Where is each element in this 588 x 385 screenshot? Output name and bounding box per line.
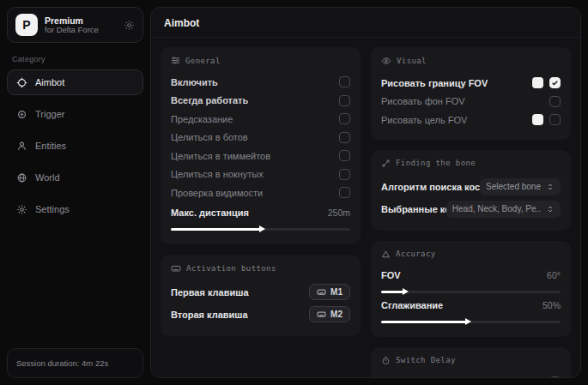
keyboard-icon — [317, 310, 326, 319]
checkbox[interactable] — [339, 76, 350, 87]
keyboard-icon — [317, 287, 326, 297]
chevrons-up-down-icon — [546, 183, 555, 191]
slider-thumb[interactable] — [465, 318, 471, 325]
slider-label-row: FOV 60° — [381, 267, 561, 285]
setting-row: Алгоритм поиска костей Selected bone — [381, 176, 561, 198]
panel-title: Activation buttons — [186, 264, 276, 273]
setting-row: Вторая клавиша M2 — [171, 304, 350, 326]
sidebar-item-trigger[interactable]: Trigger — [7, 101, 143, 127]
setting-row: Выбранные кости Head, Neck, Body, Pe.. — [381, 198, 561, 220]
color-swatch[interactable] — [532, 77, 543, 88]
keybind-value: M2 — [330, 310, 342, 319]
panel-switch-delay: Switch Delay Задержка переключения Задер… — [371, 347, 571, 378]
panel-finding-the-bone: Finding the bone Алгоритм поиска костей … — [371, 150, 571, 231]
slider-label-row: Макс. дистанция 250m — [171, 204, 350, 222]
chevrons-up-down-icon — [546, 205, 555, 214]
slider-thumb[interactable] — [403, 288, 409, 295]
checkbox[interactable] — [549, 96, 561, 107]
panel-header: General — [171, 56, 350, 65]
eye-icon — [381, 56, 391, 66]
slider-label-row: Сглаживание 50% — [381, 297, 561, 315]
trigger-icon — [16, 109, 27, 120]
panel-header: Visual — [381, 56, 561, 66]
panel-accuracy: Accuracy FOV 60° Сглаживание 50% — [371, 241, 571, 337]
slider-thumb[interactable] — [259, 226, 265, 232]
slider-fill — [381, 291, 404, 293]
sidebar-item-world[interactable]: World — [7, 165, 143, 190]
product-name: Premium — [45, 15, 117, 26]
product-subtitle: for Delta Force — [45, 26, 117, 35]
setting-label: Целиться в нокнутых — [171, 169, 264, 179]
checkbox[interactable] — [339, 132, 350, 143]
logo-letter: P — [22, 18, 30, 32]
smoothing-slider[interactable] — [381, 321, 561, 323]
slider-value: 50% — [543, 300, 561, 310]
selected-bones-select[interactable]: Head, Neck, Body, Pe.. — [446, 201, 561, 218]
first-key-button[interactable]: M1 — [309, 284, 350, 300]
checkbox[interactable] — [549, 77, 561, 88]
checkbox[interactable] — [549, 376, 561, 377]
setting-label: Алгоритм поиска костей — [381, 182, 480, 192]
session-duration: Session duration: 4m 22s — [7, 348, 143, 378]
product-card: P Premium for Delta Force — [7, 7, 143, 43]
crosshair-icon — [16, 77, 27, 88]
setting-row: Целиться в ботов — [171, 129, 350, 147]
slider-label: Сглаживание — [381, 300, 443, 310]
panel-header: Activation buttons — [171, 263, 350, 274]
max-distance-slider[interactable] — [171, 228, 350, 231]
setting-row: Рисовать фон FOV — [381, 93, 561, 111]
category-label: Category — [12, 55, 138, 63]
sidebar-item-label: Entities — [35, 141, 66, 151]
globe-icon — [16, 172, 27, 183]
keyboard-icon — [171, 263, 181, 274]
setting-label: Вторая клавиша — [171, 310, 248, 320]
timer-icon — [381, 356, 391, 365]
setting-row: Целиться в нокнутых — [171, 165, 350, 184]
checkbox[interactable] — [549, 114, 561, 125]
checkbox[interactable] — [339, 150, 350, 161]
setting-row: Целиться в тиммейтов — [171, 147, 350, 165]
setting-row: Всегда работать — [171, 92, 350, 111]
page-title: Aimbot — [151, 8, 580, 38]
setting-label: Целиться в тиммейтов — [171, 151, 270, 161]
checkbox[interactable] — [339, 187, 350, 198]
setting-label: Предсказание — [171, 114, 233, 124]
gear-icon — [16, 204, 27, 215]
panel-title: Finding the bone — [396, 159, 476, 167]
sidebar-item-aimbot[interactable]: Aimbot — [7, 69, 143, 95]
product-logo: P — [15, 14, 38, 36]
bone-algorithm-select[interactable]: Selected bone — [480, 178, 561, 196]
setting-row: Рисовать границу FOV — [381, 74, 561, 93]
sidebar-item-label: Settings — [35, 204, 70, 214]
sidebar-item-settings[interactable]: Settings — [7, 196, 143, 222]
setting-label: Рисовать границу FOV — [381, 78, 488, 88]
triangle-icon — [381, 250, 391, 259]
sidebar-item-label: World — [35, 172, 60, 183]
setting-label: Всегда работать — [171, 95, 248, 105]
checkbox[interactable] — [339, 169, 350, 180]
panel-visual: Visual Рисовать границу FOV Рисовать фон… — [371, 47, 571, 140]
setting-row: Первая клавиша M1 — [171, 281, 350, 304]
color-swatch[interactable] — [532, 114, 543, 125]
setting-row: Предсказание — [171, 110, 350, 129]
setting-label: Рисовать цель FOV — [381, 115, 467, 125]
fov-slider[interactable] — [381, 291, 561, 293]
setting-label: Проверка видимости — [171, 188, 263, 198]
sliders-icon — [171, 56, 180, 65]
right-column: Visual Рисовать границу FOV Рисовать фон… — [371, 47, 571, 377]
second-key-button[interactable]: M2 — [309, 306, 350, 322]
slider-label: FOV — [381, 270, 401, 280]
checkbox[interactable] — [339, 113, 350, 124]
bone-icon — [381, 159, 391, 168]
slider-value: 250m — [328, 208, 350, 218]
setting-label: Включить — [171, 77, 218, 87]
gear-icon[interactable] — [124, 20, 135, 31]
panel-header: Finding the bone — [381, 159, 561, 168]
checkbox[interactable] — [339, 95, 350, 106]
panel-title: Switch Delay — [396, 356, 456, 364]
product-info: Premium for Delta Force — [45, 15, 117, 35]
slider-fill — [381, 321, 467, 323]
slider-fill — [171, 228, 261, 231]
sidebar-item-entities[interactable]: Entities — [7, 133, 143, 159]
slider-label: Макс. дистанция — [171, 208, 249, 218]
